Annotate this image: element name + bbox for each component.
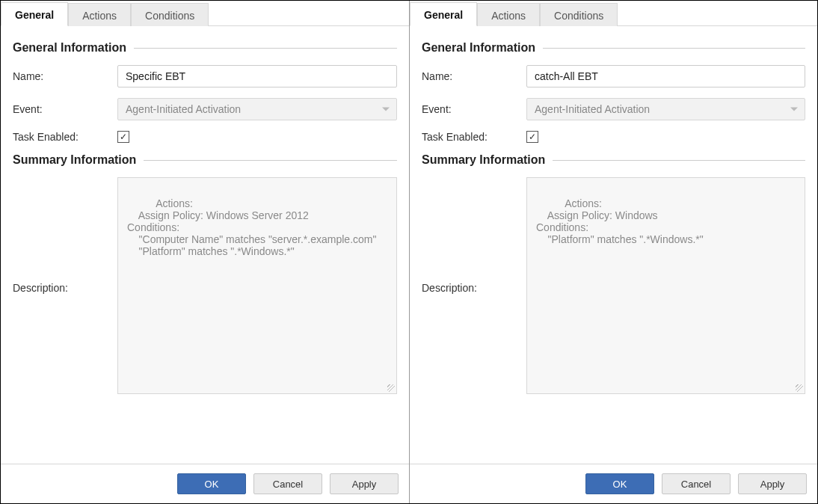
- tabs-bar: General Actions Conditions: [410, 1, 817, 26]
- left-pane: General Actions Conditions General Infor…: [1, 1, 409, 503]
- row-description: Description: Actions: Assign Policy: Win…: [422, 177, 805, 394]
- resize-grip-icon[interactable]: [796, 384, 803, 392]
- tabs-bar: General Actions Conditions: [1, 1, 409, 26]
- tab-general[interactable]: General: [1, 2, 68, 26]
- tab-actions[interactable]: Actions: [477, 3, 540, 26]
- description-textarea[interactable]: Actions: Assign Policy: Windows Server 2…: [117, 177, 397, 394]
- content-area: General Information Name: Event: Agent-I…: [410, 26, 817, 464]
- label-name: Name:: [13, 70, 117, 82]
- label-event: Event:: [422, 103, 526, 115]
- resize-grip-icon[interactable]: [387, 384, 395, 392]
- row-name: Name:: [422, 65, 805, 87]
- section-general-info: General Information: [13, 41, 397, 55]
- section-general-info-label: General Information: [422, 41, 535, 55]
- tab-general[interactable]: General: [410, 2, 477, 26]
- section-summary-info: Summary Information: [422, 153, 805, 167]
- apply-button[interactable]: Apply: [738, 473, 807, 494]
- label-task-enabled: Task Enabled:: [13, 131, 117, 143]
- cancel-button[interactable]: Cancel: [253, 473, 322, 494]
- label-description: Description:: [422, 177, 526, 294]
- right-pane: General Actions Conditions General Infor…: [409, 1, 817, 503]
- tab-actions[interactable]: Actions: [68, 3, 131, 26]
- name-input[interactable]: [526, 65, 805, 87]
- row-task-enabled: Task Enabled: ✓: [422, 131, 805, 143]
- ok-button[interactable]: OK: [585, 473, 654, 494]
- tab-conditions[interactable]: Conditions: [540, 3, 618, 26]
- apply-button[interactable]: Apply: [330, 473, 399, 494]
- row-description: Description: Actions: Assign Policy: Win…: [13, 177, 397, 394]
- name-input[interactable]: [117, 65, 397, 87]
- event-select-value: Agent-Initiated Activation: [126, 103, 241, 115]
- divider: [134, 48, 397, 49]
- label-event: Event:: [13, 103, 117, 115]
- content-area: General Information Name: Event: Agent-I…: [1, 26, 409, 464]
- divider: [543, 48, 805, 49]
- label-description: Description:: [13, 177, 117, 294]
- section-summary-info: Summary Information: [13, 153, 397, 167]
- chevron-down-icon: [382, 108, 390, 111]
- event-select[interactable]: Agent-Initiated Activation: [526, 98, 805, 120]
- footer: OK Cancel Apply: [410, 464, 817, 503]
- chevron-down-icon: [790, 108, 798, 111]
- divider: [144, 160, 397, 161]
- section-summary-info-label: Summary Information: [13, 153, 136, 167]
- section-summary-info-label: Summary Information: [422, 153, 545, 167]
- section-general-info: General Information: [422, 41, 805, 55]
- task-enabled-checkbox[interactable]: ✓: [117, 131, 129, 143]
- description-text: Actions: Assign Policy: Windows Conditio…: [536, 197, 704, 245]
- label-task-enabled: Task Enabled:: [422, 131, 526, 143]
- checkmark-icon: ✓: [120, 132, 127, 141]
- tab-conditions[interactable]: Conditions: [131, 3, 209, 26]
- event-select-value: Agent-Initiated Activation: [535, 103, 650, 115]
- divider: [553, 160, 805, 161]
- footer: OK Cancel Apply: [1, 464, 409, 503]
- description-text: Actions: Assign Policy: Windows Server 2…: [127, 197, 376, 257]
- description-textarea[interactable]: Actions: Assign Policy: Windows Conditio…: [526, 177, 805, 394]
- section-general-info-label: General Information: [13, 41, 126, 55]
- row-event: Event: Agent-Initiated Activation: [422, 98, 805, 120]
- row-name: Name:: [13, 65, 397, 87]
- ok-button[interactable]: OK: [177, 473, 246, 494]
- label-name: Name:: [422, 70, 526, 82]
- cancel-button[interactable]: Cancel: [662, 473, 731, 494]
- event-select[interactable]: Agent-Initiated Activation: [117, 98, 397, 120]
- row-task-enabled: Task Enabled: ✓: [13, 131, 397, 143]
- task-enabled-checkbox[interactable]: ✓: [526, 131, 538, 143]
- row-event: Event: Agent-Initiated Activation: [13, 98, 397, 120]
- checkmark-icon: ✓: [529, 132, 536, 141]
